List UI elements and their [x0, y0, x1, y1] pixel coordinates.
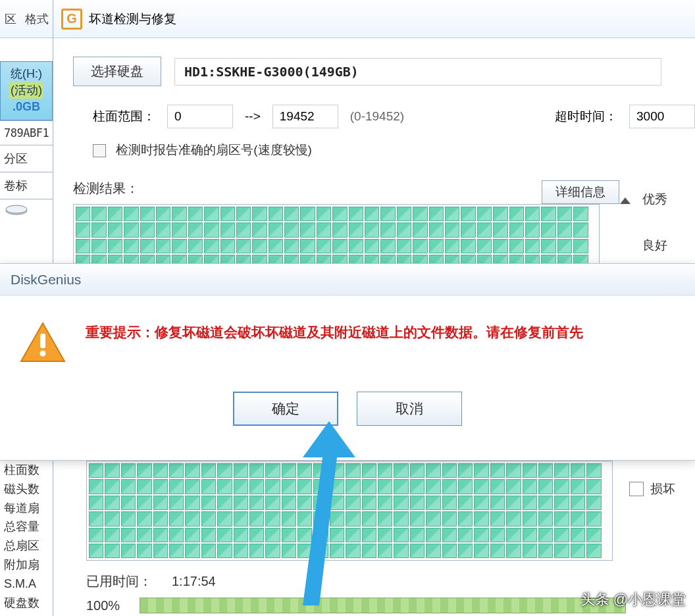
sector-cell [265, 463, 280, 478]
sector-cell [156, 207, 170, 221]
sector-cell [105, 496, 119, 510]
sector-cell [538, 544, 553, 558]
ok-button[interactable]: 确定 [233, 392, 338, 426]
sector-cell [284, 239, 299, 253]
sector-cell [137, 496, 151, 510]
sidebar-tabs: 区 格式 [0, 0, 53, 38]
sector-cell [220, 239, 235, 253]
stat-item: 柱面数 [4, 461, 49, 480]
sector-cell [586, 544, 601, 558]
sector-cell [201, 463, 216, 478]
sector-cell [349, 207, 363, 221]
app-icon: G [61, 9, 82, 30]
dialog-title[interactable]: DiskGenius [0, 264, 695, 295]
sector-cell [330, 511, 344, 526]
sector-cell [330, 528, 344, 542]
disk-badge-line3: .0GB [3, 99, 49, 115]
sector-cell [349, 222, 363, 237]
sector-cell [445, 207, 459, 221]
disk-badge[interactable]: 统(H:) (活动) .0GB [0, 61, 53, 120]
range-to-input[interactable] [272, 105, 338, 128]
sector-cell [220, 207, 235, 221]
sector-cell [525, 222, 540, 237]
sector-cell [137, 544, 151, 558]
sector-cell [185, 479, 199, 494]
sector-cell [474, 479, 488, 494]
sector-cell [378, 479, 392, 494]
sector-cell [458, 544, 473, 558]
select-disk-button[interactable]: 选择硬盘 [73, 57, 161, 86]
sector-cell [397, 207, 411, 221]
tab-area[interactable]: 区 [5, 11, 16, 27]
sector-cell [89, 511, 103, 526]
sector-cell [554, 479, 569, 494]
sector-cell [523, 528, 537, 542]
sector-cell [89, 463, 103, 478]
sector-cell [571, 528, 585, 542]
sector-cell [313, 528, 328, 542]
sector-cell [121, 479, 136, 494]
sector-cell [234, 511, 248, 526]
sector-cell [362, 528, 376, 542]
sector-cell [89, 479, 103, 494]
sector-cell [442, 496, 457, 510]
sector-cell [236, 239, 251, 253]
sector-cell [362, 463, 376, 478]
sector-cell [493, 207, 507, 221]
sector-cell [201, 511, 216, 526]
svg-point-1 [6, 205, 27, 213]
progress-bar [140, 598, 626, 613]
details-button[interactable]: 详细信息 [542, 180, 619, 204]
sector-cell [188, 239, 203, 253]
accurate-sector-checkbox[interactable] [93, 144, 106, 157]
sector-cell [317, 239, 331, 253]
sector-cell [586, 496, 601, 510]
sector-cell [541, 222, 555, 237]
sector-cell [201, 496, 216, 510]
volume-label[interactable]: 卷标 [0, 172, 53, 199]
sector-cell [220, 222, 235, 237]
sector-cell [586, 463, 601, 478]
sector-cell [394, 528, 408, 542]
sector-cell [313, 511, 328, 526]
sector-cell [557, 239, 572, 253]
sector-cell [571, 544, 585, 558]
sector-cell [410, 528, 425, 542]
sector-cell [538, 463, 553, 478]
sector-cell [300, 239, 315, 253]
sector-cell [426, 496, 440, 510]
sector-cell [493, 222, 507, 237]
sector-cell [140, 207, 155, 221]
sector-cell [105, 511, 119, 526]
cancel-button[interactable]: 取消 [357, 392, 462, 426]
timeout-input[interactable] [629, 105, 695, 128]
range-from-input[interactable] [167, 105, 233, 128]
sector-cell [313, 479, 328, 494]
sector-cell [506, 544, 521, 558]
sector-cell [445, 222, 459, 237]
sector-cell [362, 479, 376, 494]
scroll-up-icon[interactable] [620, 197, 631, 204]
legend-excellent: 优秀 [642, 191, 667, 208]
sector-cell [538, 528, 553, 542]
sector-cell [89, 528, 103, 542]
sector-cell [506, 528, 521, 542]
partition-label[interactable]: 分区 [0, 145, 53, 172]
sector-cell [297, 496, 312, 510]
tab-format[interactable]: 格式 [25, 11, 49, 27]
sector-cell [201, 528, 216, 542]
sector-cell [461, 207, 475, 221]
sector-cell [284, 207, 299, 221]
sector-cell [265, 479, 280, 494]
sector-cell [201, 479, 216, 494]
sector-cell [105, 463, 119, 478]
sector-cell [137, 511, 151, 526]
window-titlebar[interactable]: G 坏道检测与修复 [53, 0, 695, 38]
window-title: 坏道检测与修复 [89, 11, 176, 28]
sector-cell [461, 222, 475, 237]
sector-cell [410, 496, 425, 510]
sector-cell [252, 239, 267, 253]
watermark: 头条 @小恩课堂 [580, 590, 686, 609]
sector-cell [282, 479, 296, 494]
sector-cell [474, 511, 488, 526]
